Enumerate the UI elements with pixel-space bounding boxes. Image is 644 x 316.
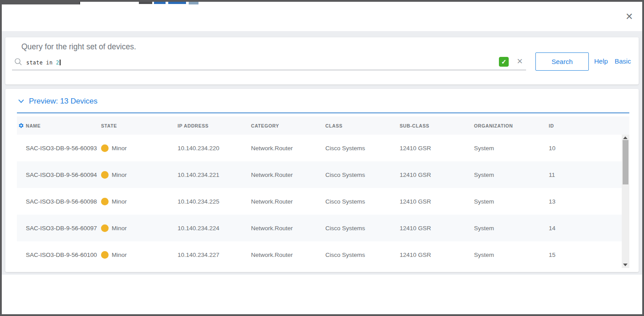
device-class: Cisco Systems <box>325 172 400 178</box>
help-link[interactable]: Help <box>594 57 608 65</box>
device-state: Minor <box>101 251 178 259</box>
column-label: NAME <box>26 123 41 128</box>
preview-panel: Preview: 13 Devices NAME STATE IP ADDRES… <box>5 89 639 272</box>
table-row[interactable]: SAC-ISO3-DB-9-56-60093 Minor 10.140.234.… <box>17 135 622 161</box>
state-minor-dot <box>101 198 109 205</box>
device-name: SAC-ISO3-DB-9-56-60093 <box>17 145 101 152</box>
table-row[interactable]: SAC-ISO3-DB-9-56-60094 Minor 10.140.234.… <box>17 161 622 188</box>
basic-link[interactable]: Basic <box>615 57 631 65</box>
state-minor-dot <box>101 144 109 152</box>
text-cursor <box>60 60 61 65</box>
device-organization: System <box>474 198 549 205</box>
state-label: Minor <box>112 225 127 232</box>
state-label: Minor <box>112 172 127 178</box>
table-header-row: NAME STATE IP ADDRESS CATEGORY CLASS SUB… <box>17 116 629 135</box>
device-ip: 10.140.234.224 <box>178 225 251 232</box>
search-input-underline <box>12 70 526 70</box>
device-id: 11 <box>549 172 622 178</box>
device-category: Network.Router <box>251 145 325 152</box>
modal-header: × <box>2 4 642 31</box>
table-row[interactable]: SAC-ISO3-DB-9-56-60097 Minor 10.140.234.… <box>17 215 622 241</box>
state-label: Minor <box>112 252 127 258</box>
device-subclass: 12410 GSR <box>400 198 474 205</box>
column-header-category[interactable]: CATEGORY <box>251 123 325 128</box>
search-input[interactable]: state in 2 <box>26 60 61 66</box>
column-header-class[interactable]: CLASS <box>325 123 400 128</box>
clear-search-icon[interactable]: × <box>514 56 525 67</box>
column-header-organization[interactable]: ORGANIZATION <box>474 123 549 128</box>
gear-icon[interactable] <box>18 123 24 128</box>
column-header-id[interactable]: ID <box>549 123 629 128</box>
query-text: state in <box>26 60 56 66</box>
device-ip: 10.140.234.220 <box>178 145 251 152</box>
device-state: Minor <box>101 171 178 179</box>
table-scrollbar[interactable] <box>622 135 629 268</box>
state-minor-dot <box>101 171 109 179</box>
column-header-ip[interactable]: IP ADDRESS <box>178 123 251 128</box>
device-ip: 10.140.234.221 <box>178 172 251 178</box>
device-category: Network.Router <box>251 252 325 258</box>
device-organization: System <box>474 225 549 232</box>
state-label: Minor <box>112 145 127 152</box>
device-name: SAC-ISO3-DB-9-56-60098 <box>17 198 101 205</box>
preview-divider <box>17 112 629 113</box>
device-id: 13 <box>549 198 622 205</box>
search-button[interactable]: Search <box>535 52 589 71</box>
column-header-subclass[interactable]: SUB-CLASS <box>400 123 474 128</box>
preview-heading[interactable]: Preview: 13 Devices <box>29 97 97 106</box>
device-category: Network.Router <box>251 198 325 205</box>
device-state: Minor <box>101 144 178 152</box>
device-organization: System <box>474 252 549 258</box>
scroll-down-icon[interactable] <box>623 264 628 266</box>
search-icon <box>14 58 22 66</box>
device-subclass: 12410 GSR <box>400 252 474 258</box>
background-link-fragment <box>168 2 186 4</box>
device-name: SAC-ISO3-DB-9-56-60097 <box>17 225 101 232</box>
device-id: 14 <box>549 225 622 232</box>
column-header-name[interactable]: NAME <box>17 123 101 128</box>
table-row[interactable]: SAC-ISO3-DB-9-56-60100 Minor 10.140.234.… <box>17 241 622 268</box>
device-category: Network.Router <box>251 225 325 232</box>
device-class: Cisco Systems <box>325 252 400 258</box>
device-subclass: 12410 GSR <box>400 225 474 232</box>
query-valid-checkbox[interactable]: ✓ <box>499 57 509 67</box>
device-class: Cisco Systems <box>325 145 400 152</box>
background-text-fragment <box>139 2 152 4</box>
query-panel: Query for the right set of devices. stat… <box>5 37 639 84</box>
column-header-state[interactable]: STATE <box>101 123 178 128</box>
device-ip: 10.140.234.227 <box>178 252 251 258</box>
device-organization: System <box>474 172 549 178</box>
scrollbar-thumb[interactable] <box>623 140 628 184</box>
query-title: Query for the right set of devices. <box>21 42 136 52</box>
device-class: Cisco Systems <box>325 225 400 232</box>
table-row[interactable]: SAC-ISO3-DB-9-56-60098 Minor 10.140.234.… <box>17 188 622 215</box>
modal-footer: Cancel Save <box>2 275 642 314</box>
device-subclass: 12410 GSR <box>400 145 474 152</box>
device-state: Minor <box>101 198 178 205</box>
device-id: 10 <box>549 145 622 152</box>
device-organization: System <box>474 145 549 152</box>
state-label: Minor <box>112 198 127 205</box>
close-icon[interactable]: × <box>623 9 636 24</box>
device-name: SAC-ISO3-DB-9-56-60094 <box>17 172 101 178</box>
state-minor-dot <box>101 251 109 259</box>
device-id: 15 <box>549 252 622 258</box>
device-category: Network.Router <box>251 172 325 178</box>
device-query-modal: × Query for the right set of devices. st… <box>0 0 644 316</box>
chevron-down-icon[interactable] <box>18 99 24 104</box>
state-minor-dot <box>101 224 109 232</box>
device-subclass: 12410 GSR <box>400 172 474 178</box>
device-name: SAC-ISO3-DB-9-56-60100 <box>17 252 101 258</box>
query-text-highlight: 2 <box>56 60 59 66</box>
device-table: SAC-ISO3-DB-9-56-60093 Minor 10.140.234.… <box>17 135 622 268</box>
device-ip: 10.140.234.225 <box>178 198 251 205</box>
background-link-fragment <box>154 2 166 4</box>
device-state: Minor <box>101 224 178 232</box>
device-class: Cisco Systems <box>325 198 400 205</box>
scroll-up-icon[interactable] <box>623 136 628 139</box>
